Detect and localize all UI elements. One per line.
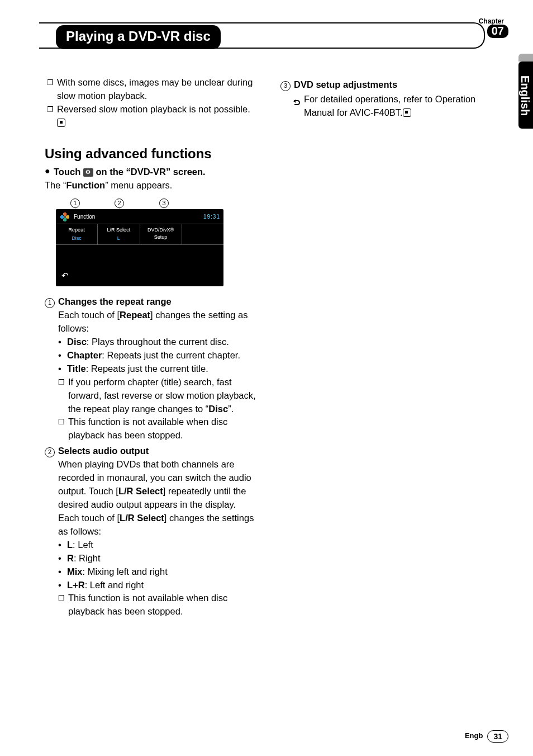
note-marker-icon xyxy=(58,592,68,604)
chapter-number-pill: 07 xyxy=(487,25,508,38)
callout-3-icon: 3 xyxy=(280,81,291,91)
footer-lang: Engb xyxy=(465,731,483,741)
column-left: With some discs, images may be unclear d… xyxy=(45,76,258,618)
opt-title: Title: Repeats just the current title. xyxy=(58,362,258,376)
item1-note1: If you perform chapter (title) search, f… xyxy=(68,376,258,416)
page-title: Playing a DVD-VR disc xyxy=(56,25,221,49)
item1-note2: This function is not available when disc… xyxy=(68,415,258,442)
touch-instruction: Touch ⚙ on the “DVD-VR” screen. xyxy=(54,166,206,179)
opt-disc: Disc: Plays throughout the current disc. xyxy=(58,336,258,349)
tab-lr-select[interactable]: L/R Select L xyxy=(98,224,140,244)
note-marker-icon xyxy=(58,415,68,428)
function-menu-icon: ⚙ xyxy=(83,168,93,177)
opt-mix: Mix: Mixing left and right xyxy=(58,565,258,579)
column-right: 3 DVD setup adjustments For detailed ope… xyxy=(280,76,511,618)
reference-arrow-icon xyxy=(294,98,302,105)
note-marker-icon xyxy=(47,76,57,88)
note-marker-icon xyxy=(58,376,68,388)
note-marker-icon xyxy=(47,103,57,115)
function-menu-line: The “Function” menu appears. xyxy=(45,179,258,192)
page-number: 31 xyxy=(487,730,508,743)
language-tab: English xyxy=(518,62,533,129)
callout-1-icon: 1 xyxy=(45,298,55,308)
stop-icon xyxy=(57,119,65,127)
item2-heading: Selects audio output xyxy=(58,446,149,456)
page-footer: Engb 31 xyxy=(465,730,508,743)
callout-2-icon: 2 xyxy=(45,447,55,457)
tab-repeat[interactable]: Repeat Disc xyxy=(56,224,98,244)
item2-para1: When playing DVDs that both channels are… xyxy=(58,459,251,509)
opt-r: R: Right xyxy=(58,552,258,565)
item2-note: This function is not available when disc… xyxy=(68,592,258,618)
bullet-dot-icon xyxy=(45,166,54,177)
clock-readout: 19:31 xyxy=(203,213,220,221)
note-text: With some discs, images may be unclear d… xyxy=(57,76,258,103)
item1-heading: Changes the repeat range xyxy=(58,296,172,306)
item3-note: For detailed operations, refer to Operat… xyxy=(304,93,494,120)
tab-dvd-setup[interactable]: DVD/DivX® Setup xyxy=(140,224,182,244)
function-screen-figure: 1 2 3 Function 19:31 Repeat Disc xyxy=(56,197,229,286)
back-icon[interactable]: ↶ xyxy=(56,266,223,282)
page-header: Chapter 07 Playing a DVD-VR disc xyxy=(45,17,511,50)
opt-lr: L+R: Left and right xyxy=(58,579,258,592)
opt-l: L: Left xyxy=(58,538,258,552)
screen-title: Function xyxy=(74,213,95,221)
item3-heading: DVD setup adjustments xyxy=(294,79,397,89)
item1-intro: Each touch of [Repeat] changes the setti… xyxy=(58,310,248,333)
stop-icon xyxy=(403,108,411,117)
opt-chapter: Chapter: Repeats just the current chapte… xyxy=(58,349,258,362)
home-flower-icon xyxy=(59,211,70,223)
item2-para2: Each touch of [L/R Select] changes the s… xyxy=(58,513,254,536)
note-text: Reversed slow motion playback is not pos… xyxy=(57,103,258,130)
section-heading: Using advanced functions xyxy=(45,144,258,164)
